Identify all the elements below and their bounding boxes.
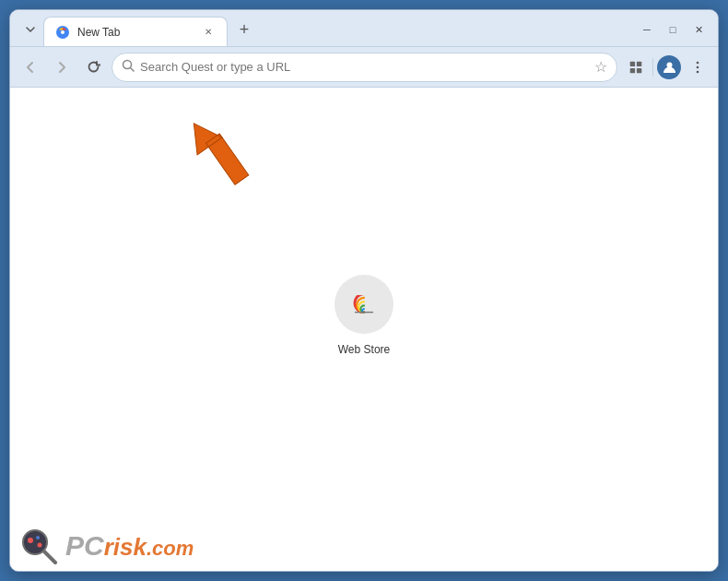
svg-rect-6 [630,67,635,72]
window-controls: ─ □ ✕ [628,20,718,46]
back-button[interactable] [18,54,43,80]
browser-window: New Tab ✕ + ─ □ ✕ [9,9,719,572]
toolbar: ☆ [10,47,718,88]
svg-point-21 [38,543,42,548]
pcrisk-logo-icon [19,527,58,565]
address-input[interactable] [140,60,589,74]
pcrisk-text: PCrisk.com [65,530,194,562]
svg-point-20 [36,536,40,540]
shortcuts-area: Web Store [335,275,393,356]
svg-point-1 [61,30,65,34]
new-tab-button[interactable]: + [231,17,257,42]
svg-point-10 [697,65,699,68]
arrow-annotation [185,106,268,211]
svg-line-3 [131,68,135,72]
search-icon [122,59,135,75]
maximize-button[interactable]: □ [661,20,685,39]
web-store-shortcut[interactable] [335,275,393,334]
web-store-icon [349,295,379,314]
tab-close-button[interactable]: ✕ [201,25,216,40]
tab-dropdown-button[interactable] [18,17,43,42]
web-store-label: Web Store [338,343,390,356]
close-button[interactable]: ✕ [687,20,710,39]
svg-point-19 [28,538,33,543]
title-bar: New Tab ✕ + ─ □ ✕ [10,10,718,47]
toolbar-icons [623,54,710,80]
menu-button[interactable] [685,54,710,80]
active-tab[interactable]: New Tab ✕ [43,17,228,46]
tab-strip: New Tab ✕ + [18,10,628,46]
profile-button[interactable] [657,55,681,79]
svg-point-9 [697,61,699,64]
extensions-button[interactable] [623,54,649,80]
svg-rect-7 [637,67,641,72]
forward-button[interactable] [49,54,75,80]
svg-point-11 [697,70,699,73]
risk-text: risk [104,533,147,561]
reload-button[interactable] [80,54,106,80]
svg-line-22 [44,551,55,563]
pc-text: PC [65,530,104,561]
svg-rect-5 [637,61,641,65]
toolbar-separator [652,58,653,77]
tab-title: New Tab [77,26,194,39]
watermark: PCrisk.com [10,521,203,571]
address-bar[interactable]: ☆ [112,53,617,82]
minimize-button[interactable]: ─ [635,20,659,39]
bookmark-button[interactable]: ☆ [594,58,607,76]
svg-rect-4 [630,61,635,65]
dotcom-text: .com [147,537,194,560]
tab-favicon-icon [55,25,70,40]
content-area: Web Store PCrisk.com [10,88,718,571]
